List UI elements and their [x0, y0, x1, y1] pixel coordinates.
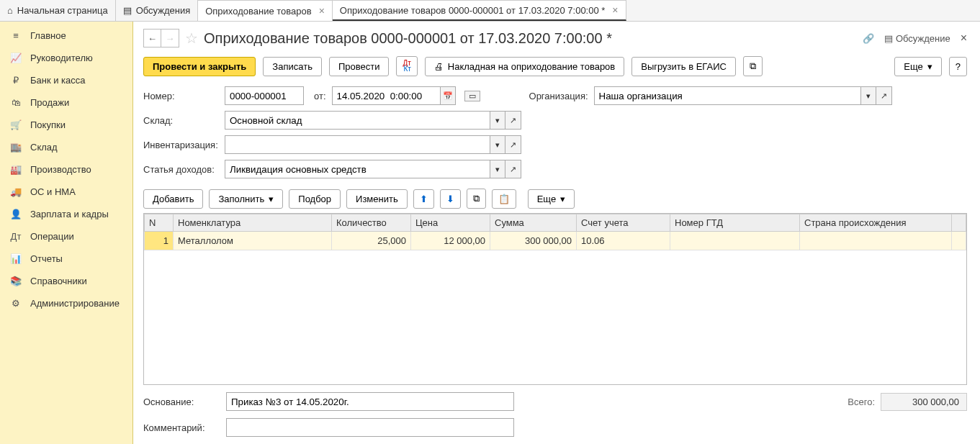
org-open-button[interactable]: ↗	[876, 86, 892, 105]
chevron-down-icon: ▾	[269, 194, 274, 204]
home-tab[interactable]: ⌂ Начальная страница	[0, 0, 116, 21]
cell-account[interactable]: 10.06	[577, 232, 670, 250]
date-input[interactable]	[332, 86, 440, 105]
nav-forward-button[interactable]: →	[161, 30, 179, 47]
col-spacer	[952, 214, 966, 232]
discussion-button[interactable]: ▤Обсуждение	[884, 33, 950, 44]
number-input[interactable]	[225, 86, 304, 105]
print-invoice-button[interactable]: 🖨Накладная на оприходование товаров	[425, 57, 624, 76]
inventory-input[interactable]	[225, 135, 490, 154]
sidebar-item-purchases[interactable]: 🛒Покупки	[0, 114, 132, 136]
close-icon[interactable]: ×	[961, 32, 967, 45]
col-country[interactable]: Страна происхождения	[800, 214, 952, 232]
doc-tab-1[interactable]: Оприходование товаров ×	[198, 0, 333, 21]
org-dropdown-button[interactable]: ▾	[860, 86, 876, 105]
sidebar-item-label: Главное	[30, 30, 66, 41]
inventory-open-button[interactable]: ↗	[505, 135, 521, 154]
warehouse-open-button[interactable]: ↗	[505, 111, 521, 130]
document-title: Оприходование товаров 0000-000001 от 17.…	[204, 30, 612, 47]
sidebar-item-catalogs[interactable]: 📚Справочники	[0, 270, 132, 292]
link-icon[interactable]: 🔗	[863, 33, 874, 44]
calendar-button[interactable]: 📅	[440, 86, 456, 105]
cell-gtd[interactable]	[670, 232, 800, 250]
post-and-close-button[interactable]: Провести и закрыть	[143, 57, 256, 76]
warehouse-input[interactable]	[225, 111, 490, 130]
sidebar-item-bank[interactable]: ₽Банк и касса	[0, 69, 132, 91]
close-icon[interactable]: ×	[319, 5, 325, 17]
more-button[interactable]: Еще ▾	[894, 57, 941, 76]
help-button[interactable]: ?	[949, 57, 967, 76]
org-input[interactable]	[594, 86, 860, 105]
copy-button[interactable]: ⧉	[467, 189, 486, 209]
income-open-button[interactable]: ↗	[505, 160, 521, 178]
warehouse-dropdown-button[interactable]: ▾	[490, 111, 505, 130]
sidebar-item-label: Справочники	[30, 276, 87, 286]
comment-input[interactable]	[226, 418, 514, 437]
table-row[interactable]: 1 Металлолом 25,000 12 000,00 300 000,00…	[145, 232, 966, 250]
truck-icon: 🚚	[10, 186, 22, 197]
sidebar-item-reports[interactable]: 📊Отчеты	[0, 248, 132, 270]
nav-back-button[interactable]: ←	[144, 30, 161, 47]
btn-label: Провести	[338, 61, 380, 72]
income-input[interactable]	[225, 160, 490, 178]
fill-button[interactable]: Заполнить ▾	[209, 189, 283, 209]
sidebar-item-operations[interactable]: ДтОперации	[0, 225, 132, 248]
col-n[interactable]: N	[145, 214, 174, 232]
sidebar-item-main[interactable]: ≡Главное	[0, 24, 132, 47]
cell-country[interactable]	[800, 232, 952, 250]
move-up-button[interactable]: ⬆	[413, 189, 434, 209]
move-down-button[interactable]: ⬇	[440, 189, 461, 209]
chevron-down-icon: ▾	[495, 116, 500, 125]
discussions-tab[interactable]: ▤ Обсуждения	[116, 0, 199, 21]
ruble-icon: ₽	[10, 75, 22, 86]
sidebar-item-admin[interactable]: ⚙Администрирование	[0, 292, 132, 314]
egais-button[interactable]: Выгрузить в ЕГАИС	[631, 57, 736, 76]
dtkt-icon: ДтКт	[403, 60, 410, 72]
change-button[interactable]: Изменить	[346, 189, 408, 209]
col-price[interactable]: Цена	[411, 214, 490, 232]
col-account[interactable]: Счет учета	[577, 214, 670, 232]
total-label: Всего:	[848, 397, 875, 407]
table-more-button[interactable]: Еще ▾	[528, 189, 575, 209]
select-button[interactable]: Подбор	[289, 189, 341, 209]
structure-button[interactable]: ⧉	[743, 56, 763, 76]
col-gtd[interactable]: Номер ГТД	[670, 214, 800, 232]
warehouse-label: Склад:	[143, 115, 219, 126]
btn-label: Заполнить	[218, 194, 264, 204]
col-qty[interactable]: Количество	[332, 214, 411, 232]
sidebar-item-assets[interactable]: 🚚ОС и НМА	[0, 181, 132, 203]
cell-nomenclature[interactable]: Металлолом	[174, 232, 332, 250]
cell-sum[interactable]: 300 000,00	[490, 232, 577, 250]
close-icon[interactable]: ×	[612, 4, 618, 16]
arrow-up-icon: ⬆	[420, 194, 428, 204]
col-nomenclature[interactable]: Номенклатура	[174, 214, 332, 232]
paste-button[interactable]: 📋	[492, 189, 516, 209]
sidebar-item-production[interactable]: 🏭Производство	[0, 158, 132, 181]
cell-price[interactable]: 12 000,00	[411, 232, 490, 250]
chevron-down-icon: ▾	[927, 61, 932, 72]
col-sum[interactable]: Сумма	[490, 214, 577, 232]
sidebar-item-salary[interactable]: 👤Зарплата и кадры	[0, 203, 132, 225]
form-icon: ▭	[469, 91, 476, 101]
dtkt-button[interactable]: ДтКт	[396, 56, 417, 76]
basis-input[interactable]	[226, 392, 514, 411]
sidebar-item-label: Отчеты	[30, 253, 63, 264]
save-button[interactable]: Записать	[263, 57, 322, 76]
favorite-star-icon[interactable]: ☆	[185, 30, 198, 47]
doc-tab-2[interactable]: Оприходование товаров 0000-000001 от 17.…	[333, 0, 626, 21]
inventory-dropdown-button[interactable]: ▾	[490, 135, 505, 154]
discussion-icon: ▤	[123, 5, 132, 16]
sidebar-item-label: Склад	[30, 142, 58, 153]
cell-n[interactable]: 1	[145, 232, 174, 250]
income-dropdown-button[interactable]: ▾	[490, 160, 505, 178]
post-button[interactable]: Провести	[329, 57, 390, 76]
discussion-label: Обсуждение	[896, 33, 950, 44]
sidebar-item-manager[interactable]: 📈Руководителю	[0, 47, 132, 69]
sidebar-item-sales[interactable]: 🛍Продажи	[0, 91, 132, 114]
sidebar-item-warehouse[interactable]: 🏬Склад	[0, 136, 132, 158]
items-grid[interactable]: N Номенклатура Количество Цена Сумма Сче…	[143, 213, 967, 385]
add-row-button[interactable]: Добавить	[143, 189, 203, 209]
cell-qty[interactable]: 25,000	[332, 232, 411, 250]
chart-icon: 📈	[10, 53, 22, 63]
extra-button[interactable]: ▭	[464, 91, 480, 101]
